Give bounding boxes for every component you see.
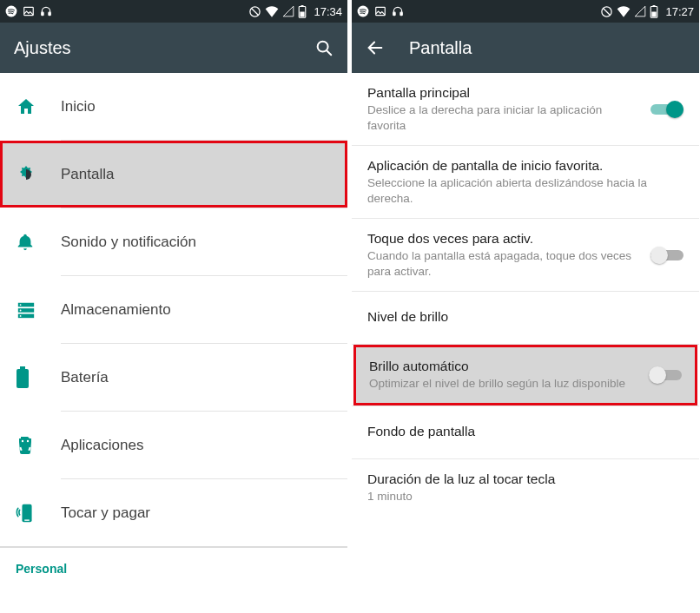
settings-item-label: Inicio [61, 98, 96, 115]
setting-title: Toque dos veces para activ. [367, 231, 640, 247]
display-icon [16, 164, 61, 185]
battery-icon [298, 5, 307, 18]
wifi-icon [617, 5, 631, 17]
headphones-icon [40, 5, 52, 17]
storage-icon [16, 300, 61, 320]
settings-item-tocar-pagar[interactable]: Tocar y pagar [0, 479, 347, 546]
settings-item-label: Batería [61, 369, 109, 386]
tap-pay-icon [16, 502, 61, 524]
battery-settings-icon [16, 366, 61, 389]
setting-title: Fondo de pantalla [367, 424, 673, 439]
svg-rect-29 [653, 5, 656, 7]
appbar: Ajustes [0, 23, 347, 73]
svg-rect-6 [301, 5, 304, 7]
svg-rect-22 [24, 519, 30, 520]
switch-toggle[interactable] [650, 247, 683, 264]
settings-item-label: Almacenamiento [61, 301, 171, 319]
setting-title: Brillo automático [369, 359, 638, 374]
page-title: Ajustes [14, 38, 71, 58]
no-entry-icon [600, 5, 613, 18]
svg-rect-3 [49, 12, 50, 16]
headphones-icon [392, 5, 404, 17]
status-time: 17:27 [665, 5, 694, 18]
bell-icon [16, 232, 61, 253]
svg-point-18 [27, 439, 29, 441]
settings-item-aplicaciones[interactable]: Aplicaciones [0, 412, 347, 478]
setting-pantalla-principal[interactable]: Pantalla principal Deslice a la derecha … [352, 73, 699, 145]
section-header: Personal [0, 548, 347, 584]
setting-subtitle: Deslice a la derecha para iniciar la apl… [367, 102, 640, 133]
battery-icon [650, 5, 658, 18]
status-time: 17:34 [314, 5, 342, 18]
setting-subtitle: Cuando la pantalla está apagada, toque d… [367, 248, 640, 279]
spotify-icon [357, 5, 369, 17]
svg-rect-15 [17, 369, 29, 388]
svg-point-13 [20, 309, 22, 311]
setting-brightness-level[interactable]: Nivel de brillo [352, 292, 699, 344]
no-entry-icon [248, 5, 261, 18]
status-bar: 17:34 [0, 0, 347, 23]
setting-title: Duración de la luz al tocar tecla [367, 471, 673, 487]
screen-pantalla-detail: 17:27 Pantalla Pantalla principal Deslic… [352, 0, 699, 613]
setting-key-light-duration[interactable]: Duración de la luz al tocar tecla 1 minu… [352, 459, 699, 517]
settings-item-label: Tocar y pagar [61, 504, 150, 522]
setting-favorite-app[interactable]: Aplicación de pantalla de inicio favorit… [352, 146, 699, 218]
appbar: Pantalla [352, 23, 699, 73]
spotify-icon [5, 5, 17, 17]
settings-item-label: Pantalla [61, 166, 114, 183]
screen-settings-main: 17:34 Ajustes Inicio Pantalla Sonido [0, 0, 347, 613]
svg-rect-25 [393, 12, 395, 16]
search-icon[interactable] [314, 38, 333, 57]
settings-item-pantalla[interactable]: Pantalla [0, 141, 347, 208]
svg-rect-2 [42, 12, 43, 16]
setting-auto-brightness[interactable]: Brillo automático Optimizar el nivel de … [353, 345, 697, 405]
setting-double-tap[interactable]: Toque dos veces para activ. Cuando la pa… [352, 219, 699, 291]
svg-rect-26 [400, 12, 402, 16]
svg-point-8 [318, 42, 328, 52]
setting-subtitle: Optimizar el nivel de brillo según la lu… [369, 376, 638, 392]
image-icon [374, 5, 386, 17]
setting-title: Pantalla principal [367, 85, 640, 101]
setting-subtitle: Seleccione la aplicación abierta deslizá… [367, 175, 673, 206]
settings-item-bateria[interactable]: Batería [0, 344, 347, 411]
settings-item-label: Sonido y notificación [61, 234, 196, 251]
setting-subtitle: 1 minuto [367, 489, 673, 504]
svg-rect-30 [652, 11, 657, 16]
svg-rect-7 [300, 11, 305, 16]
wifi-icon [265, 5, 279, 17]
setting-title: Nivel de brillo [367, 309, 673, 325]
image-icon [23, 5, 35, 17]
home-icon [16, 96, 61, 117]
apps-icon [16, 435, 61, 456]
settings-item-inicio[interactable]: Inicio [0, 73, 347, 140]
svg-rect-21 [22, 504, 31, 521]
page-title: Pantalla [409, 38, 472, 58]
svg-point-14 [20, 314, 22, 316]
settings-item-almacenamiento[interactable]: Almacenamiento [0, 276, 347, 343]
settings-item-sonido[interactable]: Sonido y notificación [0, 208, 347, 275]
settings-item-label: Aplicaciones [61, 437, 143, 454]
settings-list: Inicio Pantalla Sonido y notificación Al… [0, 73, 347, 613]
display-settings-list: Pantalla principal Deslice a la derecha … [352, 73, 699, 613]
status-bar: 17:27 [352, 0, 699, 23]
svg-point-12 [20, 304, 22, 306]
setting-title: Aplicación de pantalla de inicio favorit… [367, 158, 673, 174]
signal-icon [282, 5, 294, 17]
switch-toggle[interactable] [650, 101, 683, 118]
svg-rect-16 [20, 366, 25, 369]
svg-point-17 [22, 439, 23, 441]
signal-icon [634, 5, 646, 17]
setting-wallpaper[interactable]: Fondo de pantalla [352, 406, 699, 458]
back-button[interactable] [366, 38, 385, 57]
switch-toggle[interactable] [649, 366, 682, 384]
